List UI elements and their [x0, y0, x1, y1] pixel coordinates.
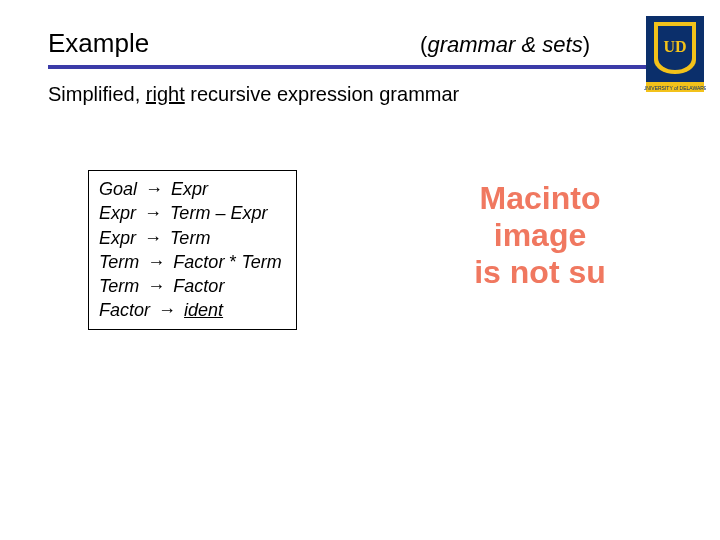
intro-underlined: right — [146, 83, 185, 105]
paren-close: ) — [583, 32, 590, 57]
grammar-symbol: Term — [170, 228, 210, 248]
grammar-symbol: Expr — [230, 203, 267, 223]
svg-text:UNIVERSITY of DELAWARE: UNIVERSITY of DELAWARE — [644, 85, 706, 91]
grammar-lhs: Term — [99, 276, 144, 296]
grammar-symbol: Factor — [173, 276, 224, 296]
placeholder-line-2: image — [370, 217, 710, 254]
arrow-icon: → — [141, 203, 165, 223]
grammar-lhs: Expr — [99, 228, 141, 248]
grammar-rule: Factor → ident — [99, 298, 282, 322]
university-logo: UD UNIVERSITY of DELAWARE — [644, 14, 706, 94]
grammar-lhs: Term — [99, 252, 144, 272]
placeholder-line-3: is not su — [370, 254, 710, 291]
grammar-rule: Goal → Expr — [99, 177, 282, 201]
grammar-symbol: Term — [241, 252, 281, 272]
arrow-icon: → — [155, 300, 179, 320]
grammar-rule: Term → Factor * Term — [99, 250, 282, 274]
arrow-icon: → — [144, 276, 168, 296]
intro-prefix: Simplified, — [48, 83, 146, 105]
grammar-rule: Expr → Term – Expr — [99, 201, 282, 225]
grammar-symbol: Expr — [171, 179, 208, 199]
grammar-ident: ident — [184, 300, 223, 320]
grammar-lhs: Factor — [99, 300, 155, 320]
grammar-lhs: Expr — [99, 203, 141, 223]
svg-text:UD: UD — [663, 38, 686, 55]
grammar-lhs: Goal — [99, 179, 142, 199]
missing-image-placeholder: Macinto image is not su — [370, 180, 710, 290]
grammar-box: Goal → ExprExpr → Term – ExprExpr → Term… — [88, 170, 297, 330]
grammar-literal: – — [210, 203, 230, 223]
arrow-icon: → — [144, 252, 168, 272]
slide-header: Example (grammar & sets) — [0, 0, 720, 59]
slide-subtitle: (grammar & sets) — [420, 32, 590, 58]
arrow-icon: → — [142, 179, 166, 199]
intro-suffix: recursive expression grammar — [185, 83, 460, 105]
grammar-symbol: Term — [170, 203, 210, 223]
grammar-rule: Expr → Term — [99, 226, 282, 250]
arrow-icon: → — [141, 228, 165, 248]
placeholder-line-1: Macinto — [370, 180, 710, 217]
slide-title: Example — [48, 28, 149, 59]
grammar-symbol: Factor — [173, 252, 224, 272]
intro-text: Simplified, right recursive expression g… — [0, 69, 720, 106]
subtitle-italic: grammar & sets — [427, 32, 582, 57]
grammar-rule: Term → Factor — [99, 274, 282, 298]
grammar-literal: * — [224, 252, 241, 272]
